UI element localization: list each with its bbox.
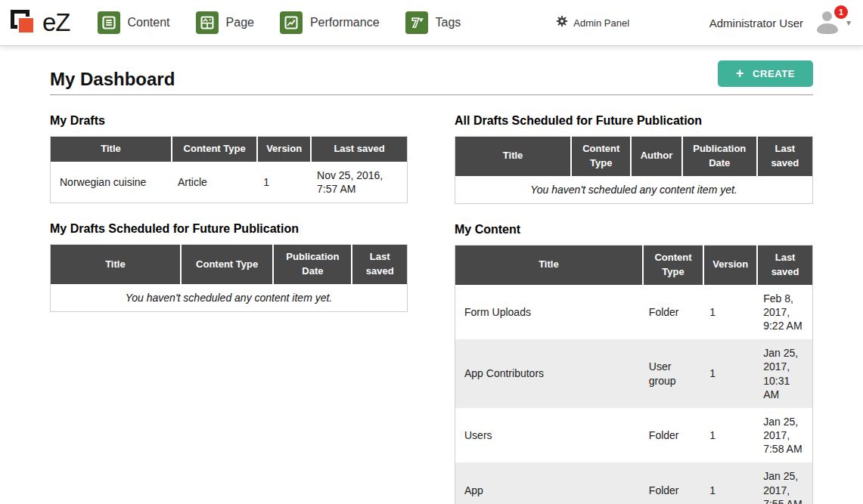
chevron-down-icon: ▾: [846, 17, 851, 28]
column-header: Version: [257, 137, 311, 162]
column-header: Content Type: [181, 245, 274, 284]
my-content-heading: My Content: [455, 223, 813, 237]
nav-item-tags[interactable]: Tags: [405, 11, 461, 34]
empty-message: You haven't scheduled any content item y…: [51, 284, 408, 312]
column-header: Last saved: [757, 137, 813, 176]
my-drafts-scheduled-table: TitleContent TypePublication DateLast sa…: [50, 244, 408, 312]
column-header: Last saved: [352, 245, 407, 284]
table-cell: User group: [643, 339, 703, 408]
ez-logo-icon: [9, 8, 38, 37]
nav-item-content[interactable]: Content: [98, 11, 170, 34]
table-cell: Jan 25, 2017, 7:55 AM: [757, 462, 812, 504]
table-row[interactable]: Norwegian cuisineArticle1Nov 25, 2016, 7…: [51, 162, 408, 203]
right-column: All Drafts Scheduled for Future Publicat…: [455, 95, 813, 504]
empty-message: You haven't scheduled any content item y…: [455, 176, 813, 204]
section-my-content: My Content TitleContent TypeVersionLast …: [455, 223, 813, 504]
nav-label-content: Content: [128, 16, 170, 29]
column-header: Title: [455, 137, 572, 176]
table-cell: App Contributors: [455, 339, 643, 408]
table-cell: Users: [455, 408, 643, 463]
left-column: My Drafts TitleContent TypeVersionLast s…: [50, 95, 408, 504]
table-row[interactable]: Form UploadsFolder1Feb 8, 2017, 9:22 AM: [455, 285, 813, 340]
table-cell: Jan 25, 2017, 10:31 AM: [757, 339, 812, 408]
column-header: Last saved: [757, 245, 812, 284]
table-cell: 1: [703, 462, 757, 504]
main-nav: Content Page Per: [98, 11, 487, 34]
header-row: TitleContent TypeVersionLast saved: [455, 245, 813, 284]
column-header: Last saved: [311, 137, 407, 162]
page-header: My Dashboard + CREATE: [50, 60, 813, 95]
page-icon: [196, 11, 219, 34]
header-row: TitleContent TypePublication DateLast sa…: [51, 245, 408, 284]
nav-label-page: Page: [226, 16, 254, 29]
table-cell: App: [455, 462, 643, 504]
table-cell: 1: [703, 285, 757, 340]
all-drafts-scheduled-heading: All Drafts Scheduled for Future Publicat…: [455, 114, 813, 128]
table-cell: Folder: [643, 408, 703, 463]
admin-panel-label: Admin Panel: [573, 17, 629, 29]
gear-icon: [556, 15, 568, 30]
my-drafts-scheduled-heading: My Drafts Scheduled for Future Publicati…: [50, 222, 408, 236]
nav-item-page[interactable]: Page: [196, 11, 254, 34]
performance-icon: [280, 11, 303, 34]
table-cell: Article: [172, 162, 257, 203]
avatar-torso: [817, 23, 838, 34]
column-header: Content Type: [571, 137, 631, 176]
column-header: Content Type: [643, 245, 703, 284]
table-cell: 1: [703, 339, 757, 408]
table-cell: 1: [257, 162, 311, 203]
logo-orange-square: [19, 18, 33, 32]
my-drafts-heading: My Drafts: [50, 114, 408, 128]
column-header: Content Type: [172, 137, 257, 162]
my-content-table: TitleContent TypeVersionLast savedForm U…: [455, 245, 813, 504]
table-row[interactable]: AppFolder1Jan 25, 2017, 7:55 AM: [455, 462, 813, 504]
page-title: My Dashboard: [50, 66, 175, 92]
create-button[interactable]: + CREATE: [718, 60, 813, 87]
table-cell: Nov 25, 2016, 7:57 AM: [311, 162, 407, 203]
table-cell: Norwegian cuisine: [51, 162, 172, 203]
column-header: Title: [51, 245, 181, 284]
table-row[interactable]: UsersFolder1Jan 25, 2017, 7:58 AM: [455, 408, 813, 463]
table-cell: 1: [703, 408, 757, 463]
table-row[interactable]: App ContributorsUser group1Jan 25, 2017,…: [455, 339, 813, 408]
dashboard-grid: My Drafts TitleContent TypeVersionLast s…: [50, 95, 813, 504]
my-drafts-table: TitleContent TypeVersionLast savedNorweg…: [50, 136, 408, 203]
table-cell: Form Uploads: [455, 285, 643, 340]
user-name: Administrator User: [709, 17, 803, 29]
plus-icon: +: [736, 69, 744, 79]
admin-panel-button[interactable]: Admin Panel: [556, 15, 629, 30]
column-header: Author: [631, 137, 682, 176]
all-drafts-scheduled-table: TitleContent TypeAuthorPublication DateL…: [455, 136, 813, 204]
column-header: Publication Date: [273, 245, 352, 284]
nav-label-tags: Tags: [436, 16, 461, 29]
content-icon: [98, 11, 120, 34]
section-my-drafts-scheduled: My Drafts Scheduled for Future Publicati…: [50, 222, 408, 312]
column-header: Version: [703, 245, 757, 284]
header-row: TitleContent TypeVersionLast saved: [51, 137, 408, 162]
create-button-label: CREATE: [753, 68, 795, 79]
section-all-drafts-scheduled: All Drafts Scheduled for Future Publicat…: [455, 114, 813, 204]
table-cell: Jan 25, 2017, 7:58 AM: [757, 408, 812, 463]
column-header: Title: [51, 137, 172, 162]
header-row: TitleContent TypeAuthorPublication DateL…: [455, 137, 813, 176]
logo[interactable]: eZ: [9, 8, 70, 37]
avatar-head: [822, 11, 832, 21]
logo-text: eZ: [42, 8, 70, 37]
user-menu[interactable]: Administrator User 1 ▾: [709, 11, 851, 34]
table-cell: Folder: [643, 285, 703, 340]
main-content: My Dashboard + CREATE My Drafts TitleCon…: [0, 60, 863, 504]
notification-badge[interactable]: 1: [834, 5, 848, 19]
column-header: Title: [455, 245, 643, 284]
nav-item-performance[interactable]: Performance: [280, 11, 380, 34]
empty-row: You haven't scheduled any content item y…: [51, 284, 408, 312]
avatar: 1: [815, 11, 841, 34]
section-my-drafts: My Drafts TitleContent TypeVersionLast s…: [50, 114, 408, 203]
nav-label-performance: Performance: [310, 16, 380, 29]
table-cell: Folder: [643, 462, 703, 504]
top-bar: eZ Content: [0, 0, 863, 45]
column-header: Publication Date: [682, 137, 757, 176]
table-cell: Feb 8, 2017, 9:22 AM: [757, 285, 812, 340]
empty-row: You haven't scheduled any content item y…: [455, 176, 813, 204]
tags-icon: [405, 11, 428, 34]
